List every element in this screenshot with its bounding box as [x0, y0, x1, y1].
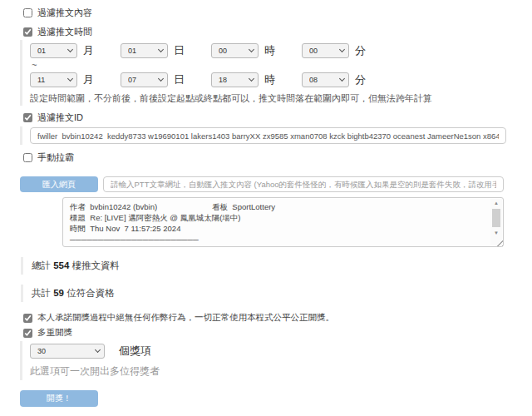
day-unit-label: 日: [174, 43, 185, 58]
filter-time-checkbox[interactable]: [23, 27, 32, 37]
qualified-count: 59: [53, 288, 64, 298]
from-month-wrap: 01: [30, 43, 77, 58]
pledge-checkbox[interactable]: [23, 314, 32, 323]
to-month-select[interactable]: 11: [30, 72, 77, 87]
filter-time-label: 過濾推文時間: [37, 26, 92, 38]
time-to-row: 11 月 07 日 18 時 08 分: [30, 72, 532, 87]
manual-slot-row: 手動拉霸: [23, 151, 532, 164]
pledge-row: 本人承諾開獎過程中絕無任何作弊行為，一切正常使用本程式公平公正開獎。: [23, 312, 532, 324]
from-month-select[interactable]: 01: [30, 43, 77, 58]
time-from-row: 01 月 01 日 00 時 00 分: [30, 43, 532, 58]
multi-draw-hint: 此選項可一次開出多位得獎者: [30, 364, 532, 379]
award-count-wrap: 30: [30, 344, 105, 359]
ptt-url-input[interactable]: [103, 176, 504, 192]
filter-content-checkbox[interactable]: [23, 8, 32, 17]
import-webpage-button[interactable]: 匯入網頁: [20, 176, 98, 192]
time-range-block: 01 月 01 日 00 時 00 分 ~ 11 月 07 日: [20, 40, 532, 106]
from-day-select[interactable]: 01: [121, 43, 168, 58]
draw-button[interactable]: 開獎！: [20, 390, 98, 407]
article-textarea-wrap: 作者 bvbin10242 (bvbin) 看板 SportLottery 標題…: [62, 197, 504, 247]
day-unit-label: 日: [174, 72, 185, 87]
scrollbar-thumb[interactable]: [492, 209, 500, 227]
from-hour-select[interactable]: 00: [211, 43, 259, 58]
filter-content-label: 過濾推文內容: [37, 7, 92, 19]
hour-unit-label: 時: [264, 43, 275, 58]
from-minute-select[interactable]: 00: [302, 43, 349, 58]
month-unit-label: 月: [83, 43, 94, 58]
month-unit-label: 月: [83, 72, 94, 87]
to-minute-select[interactable]: 08: [302, 72, 349, 87]
scroll-down-icon[interactable]: ▼: [494, 229, 499, 237]
award-count-select[interactable]: 30: [30, 344, 105, 359]
manual-slot-checkbox[interactable]: [23, 153, 32, 162]
minute-unit-label: 分: [355, 43, 366, 58]
to-day-wrap: 07: [121, 72, 168, 87]
to-minute-wrap: 08: [302, 72, 349, 87]
total-count: 554: [53, 260, 69, 270]
total-prefix: 總計: [32, 260, 51, 270]
qualified-suffix: 位符合資格: [66, 288, 115, 298]
id-filter-block: [20, 126, 532, 145]
filter-time-row: 過濾推文時間: [23, 26, 532, 38]
import-row: 匯入網頁: [20, 176, 504, 192]
article-content-textarea[interactable]: 作者 bvbin10242 (bvbin) 看板 SportLottery 標題…: [62, 197, 504, 247]
pledge-label: 本人承諾開獎過程中絕無任何作弊行為，一切正常使用本程式公平公正開獎。: [37, 312, 334, 324]
multi-draw-row: 多重開獎: [23, 327, 532, 339]
qualified-stat: 共計 59 位符合資格: [21, 285, 532, 302]
award-unit-label: 個獎項: [119, 344, 151, 359]
multi-draw-checkbox[interactable]: [23, 329, 32, 338]
range-separator: ~: [32, 60, 532, 70]
scroll-up-icon[interactable]: ▲: [494, 199, 499, 207]
from-minute-wrap: 00: [302, 43, 349, 58]
multi-draw-block: 30 個獎項 此選項可一次開出多位得獎者: [20, 341, 532, 380]
from-hour-wrap: 00: [211, 43, 259, 58]
total-suffix: 樓推文資料: [72, 260, 121, 270]
time-range-hint: 設定時間範圍，不分前後，前後設定起點或終點都可以，推文時間落在範圍內即可，但無法…: [30, 92, 532, 105]
textarea-scrollbar[interactable]: ▲ ▼: [490, 199, 502, 245]
from-day-wrap: 01: [121, 43, 168, 58]
hour-unit-label: 時: [264, 72, 275, 87]
minute-unit-label: 分: [355, 72, 366, 87]
to-day-select[interactable]: 07: [121, 72, 168, 87]
filter-id-label: 過濾推文ID: [37, 111, 83, 124]
id-filter-input[interactable]: [30, 127, 506, 144]
filter-id-row: 過濾推文ID: [23, 111, 532, 124]
to-month-wrap: 11: [30, 72, 77, 87]
to-hour-select[interactable]: 18: [211, 72, 259, 87]
qualified-prefix: 共計: [32, 288, 51, 298]
filter-id-checkbox[interactable]: [23, 113, 32, 122]
filter-content-row: 過濾推文內容: [23, 7, 532, 19]
multi-draw-label: 多重開獎: [37, 327, 72, 339]
to-hour-wrap: 18: [211, 72, 259, 87]
manual-slot-label: 手動拉霸: [37, 151, 74, 164]
total-comments-stat: 總計 554 樓推文資料: [21, 257, 532, 275]
award-count-row: 30 個獎項: [30, 344, 532, 359]
